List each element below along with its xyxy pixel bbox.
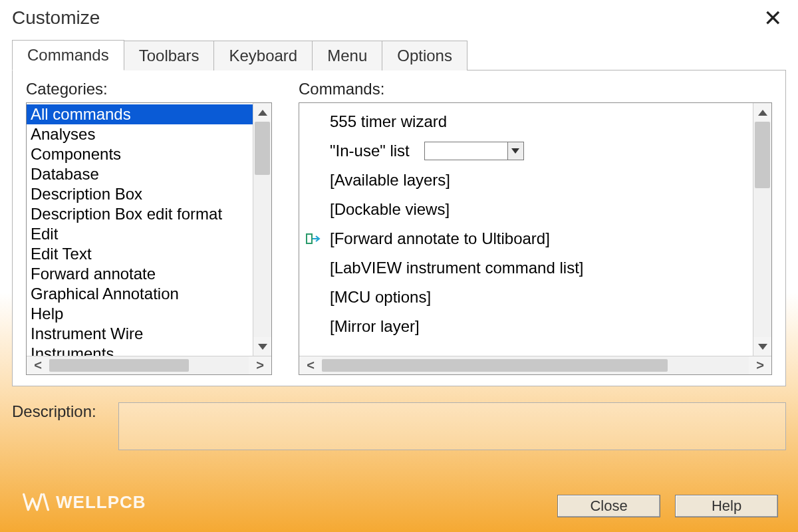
description-row: Description: bbox=[12, 402, 786, 450]
icon-slot bbox=[305, 288, 323, 307]
list-item[interactable]: Graphical Annotation bbox=[27, 284, 253, 304]
command-label: [Forward annotate to Ultiboard] bbox=[330, 224, 550, 253]
combo-dropdown-button[interactable] bbox=[507, 142, 523, 160]
list-item[interactable]: Database bbox=[27, 164, 253, 184]
scroll-thumb[interactable] bbox=[255, 122, 270, 175]
tab-panel: Categories: All commands Analyses Compon… bbox=[12, 70, 786, 386]
list-item[interactable]: All commands bbox=[27, 104, 253, 124]
categories-label: Categories: bbox=[26, 80, 272, 98]
scroll-thumb[interactable] bbox=[322, 359, 668, 372]
chevron-down-icon bbox=[258, 344, 267, 350]
categories-items: All commands Analyses Components Databas… bbox=[27, 103, 253, 356]
svg-rect-0 bbox=[307, 234, 312, 243]
commands-items: 555 timer wizard "In-use" list bbox=[299, 103, 753, 356]
list-item[interactable]: Description Box bbox=[27, 184, 253, 204]
list-item[interactable]: [Dockable views] bbox=[299, 195, 753, 224]
close-icon[interactable]: ✕ bbox=[759, 7, 786, 29]
list-item[interactable]: Edit bbox=[27, 224, 253, 244]
command-label: [Dockable views] bbox=[330, 195, 450, 224]
scroll-right-button[interactable]: > bbox=[249, 356, 271, 374]
tab-menu[interactable]: Menu bbox=[312, 41, 382, 70]
list-item[interactable]: Help bbox=[27, 304, 253, 324]
command-label: [MCU options] bbox=[330, 283, 431, 312]
scroll-right-button[interactable]: > bbox=[749, 356, 771, 374]
help-button[interactable]: Help bbox=[675, 495, 778, 517]
icon-slot bbox=[305, 171, 323, 190]
list-item[interactable]: Instruments bbox=[27, 344, 253, 356]
scroll-thumb[interactable] bbox=[49, 359, 189, 372]
tab-toolbars[interactable]: Toolbars bbox=[124, 41, 215, 70]
commands-label: Commands: bbox=[299, 80, 772, 98]
close-button[interactable]: Close bbox=[557, 495, 660, 517]
forward-arrow-icon bbox=[305, 229, 323, 248]
categories-vscroll[interactable] bbox=[253, 103, 271, 356]
list-item[interactable]: Forward annotate bbox=[27, 264, 253, 284]
list-item[interactable]: Instrument Wire bbox=[27, 324, 253, 344]
in-use-combo[interactable] bbox=[424, 142, 524, 160]
dialog-buttons: Close Help bbox=[557, 495, 778, 517]
command-label: [LabVIEW instrument command list] bbox=[330, 253, 583, 283]
icon-slot bbox=[305, 112, 323, 131]
window-title: Customize bbox=[12, 7, 100, 29]
tab-strip: Commands Toolbars Keyboard Menu Options bbox=[12, 41, 786, 70]
command-label: [Mirror layer] bbox=[330, 312, 420, 341]
command-label: "In-use" list bbox=[330, 136, 410, 166]
scroll-track[interactable] bbox=[49, 356, 249, 374]
watermark: WELLPCB bbox=[23, 491, 146, 513]
tab-commands[interactable]: Commands bbox=[12, 40, 124, 70]
chevron-up-icon bbox=[258, 110, 267, 116]
command-label: 555 timer wizard bbox=[330, 107, 447, 136]
list-item[interactable]: Description Box edit format bbox=[27, 204, 253, 224]
commands-listbox[interactable]: 555 timer wizard "In-use" list bbox=[299, 102, 772, 375]
list-item[interactable]: [Available layers] bbox=[299, 166, 753, 195]
list-item[interactable]: [MCU options] bbox=[299, 283, 753, 312]
list-item[interactable]: 555 timer wizard bbox=[299, 107, 753, 136]
wellpcb-logo-icon bbox=[23, 491, 49, 513]
scroll-up-button[interactable] bbox=[753, 103, 771, 122]
commands-hscroll[interactable]: < > bbox=[299, 356, 771, 374]
list-item[interactable]: [Mirror layer] bbox=[299, 312, 753, 341]
chevron-up-icon bbox=[758, 110, 767, 116]
tab-options[interactable]: Options bbox=[382, 41, 467, 70]
command-label: [Available layers] bbox=[330, 166, 450, 195]
list-item[interactable]: Edit Text bbox=[27, 244, 253, 264]
scroll-track[interactable] bbox=[322, 356, 749, 374]
chevron-down-icon bbox=[511, 148, 519, 154]
scroll-left-button[interactable]: < bbox=[27, 356, 49, 374]
list-item[interactable]: [LabVIEW instrument command list] bbox=[299, 253, 753, 283]
icon-slot bbox=[305, 317, 323, 336]
watermark-text: WELLPCB bbox=[56, 492, 146, 513]
commands-vscroll[interactable] bbox=[753, 103, 771, 356]
icon-slot bbox=[305, 259, 323, 277]
scroll-down-button[interactable] bbox=[753, 337, 771, 356]
description-box bbox=[118, 402, 786, 450]
chevron-down-icon bbox=[758, 344, 767, 350]
description-label: Description: bbox=[12, 402, 118, 421]
titlebar: Customize ✕ bbox=[0, 0, 798, 41]
list-item[interactable]: "In-use" list bbox=[299, 136, 753, 166]
categories-listbox[interactable]: All commands Analyses Components Databas… bbox=[26, 102, 272, 375]
scroll-left-button[interactable]: < bbox=[299, 356, 322, 374]
list-item[interactable]: Analyses bbox=[27, 124, 253, 144]
scroll-thumb[interactable] bbox=[755, 122, 770, 188]
scroll-track[interactable] bbox=[253, 122, 271, 337]
tab-keyboard[interactable]: Keyboard bbox=[213, 41, 313, 70]
icon-slot bbox=[305, 200, 323, 219]
scroll-up-button[interactable] bbox=[253, 103, 271, 122]
scroll-track[interactable] bbox=[753, 122, 771, 337]
list-item[interactable]: Components bbox=[27, 144, 253, 164]
categories-hscroll[interactable]: < > bbox=[27, 356, 271, 374]
list-item[interactable]: [Forward annotate to Ultiboard] bbox=[299, 224, 753, 253]
scroll-down-button[interactable] bbox=[253, 337, 271, 356]
icon-slot bbox=[305, 142, 323, 160]
